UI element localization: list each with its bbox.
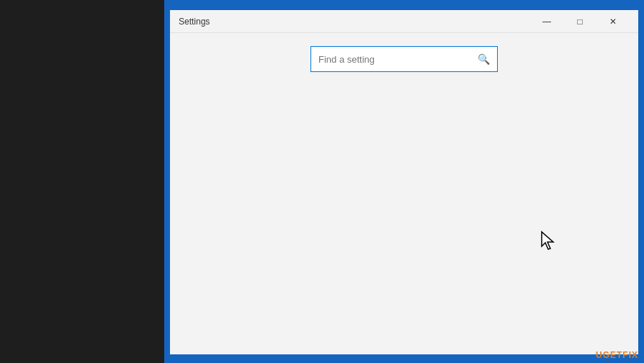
title-bar: Settings — □ ✕ — [170, 10, 638, 33]
maximize-button[interactable]: □ — [563, 10, 596, 33]
search-bar-container: 🔍 — [170, 33, 638, 79]
search-icon: 🔍 — [478, 53, 490, 65]
settings-window: Settings — □ ✕ 🔍 — [170, 10, 638, 354]
settings-search-input[interactable] — [318, 54, 478, 65]
context-menu — [0, 0, 164, 363]
watermark: UGETFIX — [596, 350, 638, 360]
close-button[interactable]: ✕ — [596, 10, 630, 33]
minimize-button[interactable]: — — [530, 10, 563, 33]
settings-grid — [170, 79, 638, 354]
title-bar-controls: — □ ✕ — [530, 10, 630, 33]
settings-search-bar[interactable]: 🔍 — [310, 46, 498, 72]
window-title: Settings — [179, 17, 530, 27]
